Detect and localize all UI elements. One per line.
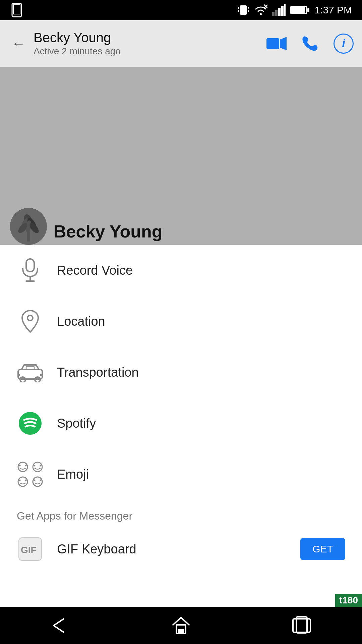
menu-item-transportation[interactable]: Transportation — [0, 347, 362, 398]
svg-point-32 — [27, 315, 33, 321]
contact-name-peek: Becky Young — [47, 221, 163, 245]
info-button[interactable]: i — [332, 32, 355, 55]
emoji-label: Emoji — [57, 467, 89, 482]
gif-keyboard-label: GIF Keyboard — [57, 542, 136, 556]
mic-icon — [17, 257, 44, 284]
watermark: t180 — [335, 594, 362, 607]
svg-text:GIF: GIF — [21, 545, 37, 555]
app-install-button[interactable]: GET — [300, 538, 345, 560]
svg-marker-20 — [280, 37, 287, 50]
menu-item-spotify[interactable]: Spotify — [0, 398, 362, 449]
menu-item-gif-keyboard[interactable]: GIF GIF Keyboard GET — [0, 526, 362, 573]
svg-point-41 — [18, 462, 27, 472]
status-bar: 1:37 PM — [0, 0, 362, 20]
location-label: Location — [57, 314, 105, 329]
menu-list: Record Voice Location Transportati — [0, 245, 362, 573]
svg-rect-1 — [13, 5, 20, 14]
svg-point-43 — [25, 465, 27, 467]
nav-recents-button[interactable] — [282, 612, 322, 639]
svg-rect-12 — [278, 8, 281, 16]
spotify-logo-svg — [18, 411, 42, 435]
bottom-nav — [0, 607, 362, 644]
svg-rect-58 — [293, 619, 310, 632]
nav-recents-icon — [292, 615, 312, 636]
svg-rect-36 — [18, 374, 20, 376]
svg-point-40 — [19, 412, 42, 435]
avatar — [10, 208, 47, 245]
vibrate-icon — [237, 3, 249, 17]
svg-rect-13 — [281, 6, 284, 16]
gif-keyboard-icon: GIF — [17, 536, 44, 562]
svg-rect-18 — [307, 8, 309, 12]
svg-point-50 — [33, 477, 42, 486]
contact-info: Becky Young Active 2 minutes ago — [30, 30, 265, 57]
wifi-icon — [254, 4, 267, 16]
svg-rect-6 — [248, 10, 249, 12]
svg-rect-3 — [238, 7, 239, 9]
car-icon — [17, 359, 44, 386]
car-svg — [17, 362, 44, 382]
nav-back-icon — [50, 615, 70, 636]
nav-home-icon — [171, 615, 191, 636]
back-arrow-icon: ← — [11, 36, 25, 52]
gif-icon-svg: GIF — [18, 537, 42, 561]
menu-item-record-voice[interactable]: Record Voice — [0, 245, 362, 296]
svg-rect-28 — [27, 231, 30, 241]
video-call-button[interactable] — [265, 32, 288, 55]
contact-status: Active 2 minutes ago — [34, 46, 265, 57]
avatar-image — [10, 208, 47, 245]
profile-peek: Becky Young — [10, 208, 163, 245]
apps-section-header: Get Apps for Messenger — [0, 500, 362, 526]
svg-rect-10 — [272, 12, 275, 16]
emoji-grid-svg — [17, 461, 44, 488]
svg-rect-11 — [275, 10, 278, 16]
phone-handset-icon — [301, 35, 319, 52]
back-button[interactable]: ← — [7, 32, 30, 55]
menu-item-emoji[interactable]: Emoji — [0, 449, 362, 500]
info-circle-icon: i — [334, 34, 354, 54]
contact-name: Becky Young — [34, 30, 265, 45]
svg-rect-57 — [178, 629, 184, 634]
nav-home-button[interactable] — [161, 612, 201, 639]
status-bar-left — [10, 3, 25, 17]
svg-point-51 — [34, 480, 36, 481]
microphone-svg — [21, 258, 39, 282]
svg-rect-29 — [26, 259, 34, 272]
header-actions: i — [265, 32, 355, 55]
svg-point-46 — [40, 465, 42, 467]
svg-rect-5 — [238, 10, 239, 12]
clock: 1:37 PM — [314, 4, 352, 16]
svg-point-45 — [34, 465, 36, 467]
svg-rect-19 — [266, 38, 279, 49]
emoji-icon — [17, 461, 44, 488]
svg-point-7 — [260, 13, 262, 15]
svg-point-49 — [25, 480, 27, 481]
spotify-icon — [17, 410, 44, 437]
svg-point-52 — [40, 480, 42, 481]
svg-point-48 — [19, 480, 21, 481]
phone-call-button[interactable] — [298, 32, 322, 55]
menu-item-location[interactable]: Location — [0, 296, 362, 347]
location-pin-svg — [21, 309, 39, 333]
svg-point-44 — [33, 462, 42, 472]
location-icon — [17, 308, 44, 335]
svg-point-42 — [19, 465, 21, 467]
header: ← Becky Young Active 2 minutes ago i — [0, 20, 362, 67]
svg-point-47 — [18, 477, 27, 486]
phone-frame-icon — [10, 3, 25, 17]
spotify-label: Spotify — [57, 416, 96, 431]
video-camera-icon — [266, 36, 287, 51]
transportation-label: Transportation — [57, 365, 139, 380]
svg-rect-37 — [40, 374, 42, 376]
record-voice-label: Record Voice — [57, 263, 133, 278]
nav-back-button[interactable] — [40, 612, 80, 639]
svg-rect-4 — [248, 7, 249, 9]
svg-rect-17 — [291, 7, 305, 13]
svg-rect-2 — [240, 5, 247, 15]
svg-rect-14 — [284, 4, 286, 16]
status-bar-right: 1:37 PM — [237, 3, 352, 17]
chat-area: Becky Young — [0, 67, 362, 245]
signal-icon — [272, 4, 286, 16]
battery-icon — [290, 5, 310, 15]
